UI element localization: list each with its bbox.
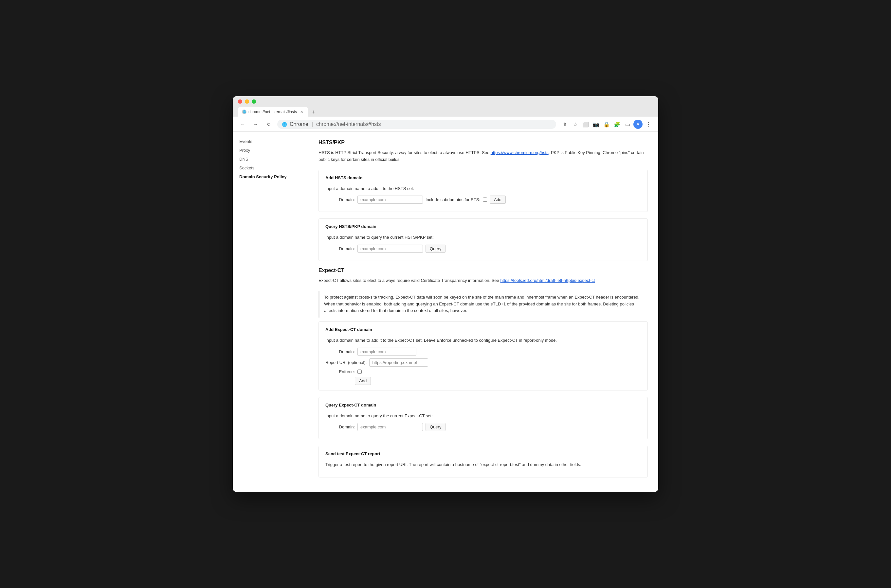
- add-hsts-desc: Input a domain name to add it to the HST…: [325, 185, 641, 192]
- window-controls: [238, 99, 653, 104]
- add-expect-ct-report-input[interactable]: [369, 358, 428, 367]
- add-hsts-section: Add HSTS domain Input a domain name to a…: [319, 170, 648, 212]
- close-button[interactable]: [238, 99, 242, 104]
- add-expect-ct-desc: Input a domain name to add it to the Exp…: [325, 337, 641, 344]
- add-expect-ct-enforce-row: Enforce:: [325, 369, 641, 374]
- add-expect-ct-domain-input[interactable]: [357, 348, 416, 356]
- send-test-section: Send test Expect-CT report Trigger a tes…: [319, 446, 648, 477]
- send-test-title: Send test Expect-CT report: [325, 451, 641, 456]
- query-hsts-button[interactable]: Query: [426, 244, 446, 253]
- add-expect-ct-enforce-label: Enforce:: [325, 369, 355, 374]
- sidebar-item-sockets[interactable]: Sockets: [233, 164, 308, 172]
- query-expect-ct-desc: Input a domain name to query the current…: [325, 413, 641, 419]
- toolbar-icons: ⇧ ☆ ⬜ 📷 🔒 🧩 ▭ A ⋮: [560, 120, 653, 129]
- send-test-desc: Trigger a test report to the given repor…: [325, 462, 641, 468]
- expect-ct-note: To protect against cross-site tracking, …: [319, 291, 648, 318]
- browser-brand: Chrome: [290, 122, 309, 127]
- page-description: HSTS is HTTP Strict Transport Security: …: [319, 150, 648, 163]
- forward-button[interactable]: →: [251, 120, 260, 129]
- tab-favicon: 🌐: [242, 110, 247, 114]
- add-hsts-button[interactable]: Add: [490, 196, 506, 204]
- back-button[interactable]: ←: [238, 120, 247, 129]
- expect-ct-title: Expect-CT: [319, 267, 648, 273]
- add-expect-ct-domain-row: Domain:: [325, 348, 641, 356]
- password-icon[interactable]: 🔒: [602, 120, 611, 129]
- sidebar: Events Proxy DNS Sockets Domain Security…: [233, 132, 308, 492]
- main-panel: HSTS/PKP HSTS is HTTP Strict Transport S…: [308, 132, 658, 492]
- omnibox-bar: ← → ↻ 🌐 Chrome | chrome://net-internals/…: [233, 117, 658, 132]
- add-expect-ct-enforce-checkbox[interactable]: [357, 369, 362, 374]
- sidebar-item-domain-security-policy[interactable]: Domain Security Policy: [233, 172, 308, 181]
- query-expect-ct-domain-label: Domain:: [325, 424, 355, 429]
- security-icon: 🌐: [282, 122, 287, 127]
- tab-close-button[interactable]: ✕: [299, 109, 304, 114]
- menu-icon[interactable]: ⋮: [644, 120, 653, 129]
- minimize-button[interactable]: [245, 99, 249, 104]
- query-hsts-domain-label: Domain:: [325, 246, 355, 251]
- browser-window: 🌐 chrome://net-internals/#hsts ✕ + ← → ↻…: [233, 96, 658, 492]
- expect-ct-link[interactable]: https://tools.ietf.org/html/draft-ietf-h…: [500, 278, 595, 283]
- query-expect-ct-button[interactable]: Query: [426, 423, 446, 431]
- new-tab-button[interactable]: +: [309, 108, 318, 117]
- extensions-puzzle-icon[interactable]: 🧩: [613, 120, 622, 129]
- add-hsts-domain-input[interactable]: [357, 196, 423, 204]
- sidebar-item-proxy[interactable]: Proxy: [233, 146, 308, 154]
- query-hsts-title: Query HSTS/PKP domain: [325, 224, 641, 229]
- expect-ct-description: Expect-CT allows sites to elect to alway…: [319, 278, 648, 284]
- add-expect-ct-title: Add Expect-CT domain: [325, 327, 641, 332]
- maximize-button[interactable]: [252, 99, 256, 104]
- screenshot-icon[interactable]: 📷: [591, 120, 601, 129]
- profile-avatar[interactable]: A: [634, 120, 643, 129]
- sidebar-item-dns[interactable]: DNS: [233, 154, 308, 164]
- hsts-link[interactable]: https://www.chromium.org/hsts: [491, 150, 549, 155]
- query-hsts-section: Query HSTS/PKP domain Input a domain nam…: [319, 219, 648, 261]
- tab-title: chrome://net-internals/#hsts: [248, 110, 297, 114]
- query-expect-ct-domain-row: Domain: Query: [325, 423, 641, 431]
- add-expect-ct-report-row: Report URI (optional):: [325, 358, 641, 367]
- add-hsts-title: Add HSTS domain: [325, 175, 641, 180]
- add-hsts-subdomains-checkbox[interactable]: [483, 198, 487, 202]
- reload-button[interactable]: ↻: [264, 120, 273, 129]
- query-expect-ct-title: Query Expect-CT domain: [325, 403, 641, 408]
- page-title: HSTS/PKP: [319, 140, 648, 146]
- title-bar: 🌐 chrome://net-internals/#hsts ✕ +: [233, 96, 658, 117]
- add-hsts-domain-label: Domain:: [325, 197, 355, 202]
- url-separator: |: [312, 122, 313, 127]
- add-expect-ct-button[interactable]: Add: [355, 377, 371, 385]
- query-expect-ct-section: Query Expect-CT domain Input a domain na…: [319, 397, 648, 440]
- extensions-icon[interactable]: ⬜: [581, 120, 590, 129]
- add-expect-ct-section: Add Expect-CT domain Input a domain name…: [319, 321, 648, 390]
- content-area: Events Proxy DNS Sockets Domain Security…: [233, 132, 658, 492]
- add-hsts-domain-row: Domain: Include subdomains for STS: Add: [325, 196, 641, 204]
- add-hsts-subdomains-label: Include subdomains for STS:: [426, 197, 480, 202]
- query-hsts-desc: Input a domain name to query the current…: [325, 234, 641, 241]
- bookmark-icon[interactable]: ☆: [570, 120, 580, 129]
- query-expect-ct-domain-input[interactable]: [357, 423, 423, 431]
- query-hsts-domain-row: Domain: Query: [325, 244, 641, 253]
- active-tab[interactable]: 🌐 chrome://net-internals/#hsts ✕: [238, 107, 308, 117]
- add-expect-ct-report-label: Report URI (optional):: [325, 360, 367, 365]
- split-view-icon[interactable]: ▭: [623, 120, 632, 129]
- tabs-row: 🌐 chrome://net-internals/#hsts ✕ +: [238, 107, 653, 117]
- query-hsts-domain-input[interactable]: [357, 244, 423, 253]
- share-icon[interactable]: ⇧: [560, 120, 569, 129]
- address-bar[interactable]: 🌐 Chrome | chrome://net-internals/#hsts: [277, 120, 556, 129]
- add-expect-ct-domain-label: Domain:: [325, 349, 355, 354]
- sidebar-item-events[interactable]: Events: [233, 137, 308, 146]
- url-text: chrome://net-internals/#hsts: [316, 122, 381, 127]
